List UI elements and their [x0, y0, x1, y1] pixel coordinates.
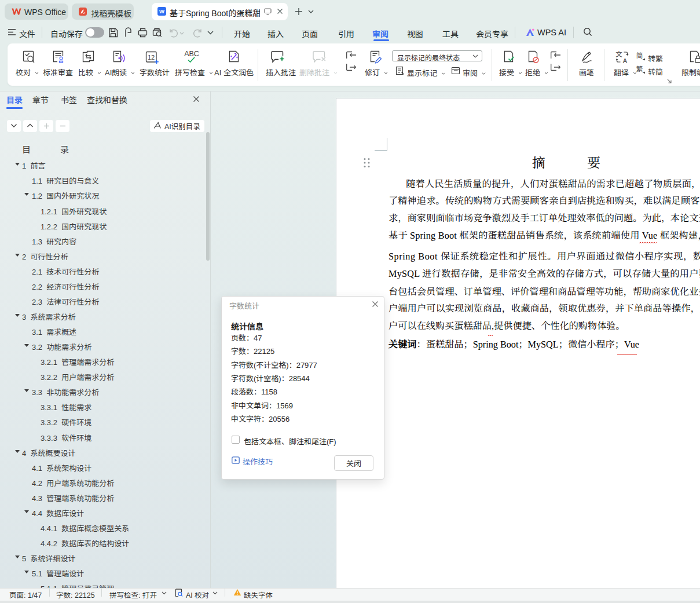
svg-text:简: 简: [636, 52, 643, 60]
svg-text:W: W: [159, 8, 164, 14]
svg-text:A: A: [623, 57, 628, 64]
svg-text:文: 文: [615, 50, 622, 59]
svg-text:12: 12: [148, 54, 155, 61]
svg-text:ABC: ABC: [184, 50, 199, 58]
svg-text:繁: 繁: [636, 65, 643, 73]
